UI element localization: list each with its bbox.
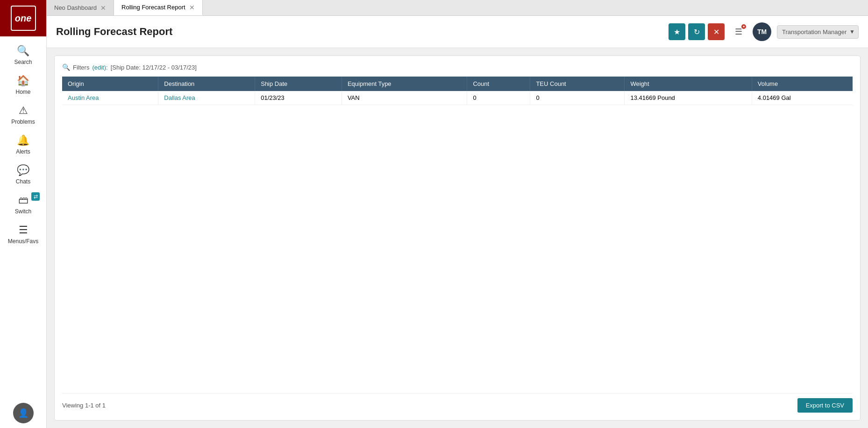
close-icon: ✕ [713,28,719,36]
report-container: 🔍 Filters (edit): [Ship Date: 12/17/22 -… [54,56,861,421]
menus-favs-icon: ☰ [19,224,28,236]
col-header-weight: Weight [625,77,752,91]
tab-rolling-forecast-label: Rolling Forecast Report [121,4,185,11]
user-avatar-sidebar[interactable]: 👤 [13,403,34,423]
filters-bar: 🔍 Filters (edit): [Ship Date: 12/17/22 -… [62,63,853,71]
sidebar-item-home-label: Home [15,89,30,95]
user-role-select[interactable]: Transportation Manager [777,25,859,39]
col-header-count: Count [467,77,530,91]
tab-neo-dashboard-label: Neo Dashboard [54,4,97,11]
cell-weight: 13.41669 Pound [625,91,752,105]
cell-ship_date: 01/23/23 [255,91,342,105]
viewing-label: Viewing 1-1 of 1 [62,402,106,409]
favorite-button[interactable]: ★ [669,23,685,40]
problems-icon: ⚠ [19,105,28,117]
col-header-destination: Destination [158,77,255,91]
report-footer: Viewing 1-1 of 1 Export to CSV [62,393,853,413]
sidebar-item-alerts[interactable]: 🔔 Alerts [0,130,46,160]
tab-neo-dashboard[interactable]: Neo Dashboard ✕ [47,0,114,15]
search-icon: 🔍 [17,45,29,57]
user-avatar-header: TM [753,22,771,41]
cell-origin[interactable]: Austin Area [62,91,158,105]
refresh-button[interactable]: ↻ [688,23,705,40]
sidebar-item-chats-label: Chats [16,178,30,185]
cell-destination[interactable]: Dallas Area [158,91,255,105]
logo-box: one [11,6,36,31]
filter-icon: 🔍 [62,63,70,71]
export-csv-button[interactable]: Export to CSV [797,398,853,413]
switch-badge: ⇄ [31,192,40,201]
col-header-volume: Volume [752,77,853,91]
main-area: Neo Dashboard ✕ Rolling Forecast Report … [47,0,868,428]
user-role-section: Transportation Manager ▼ [777,25,859,39]
sidebar-item-chats[interactable]: 💬 Chats [0,160,46,189]
link-origin[interactable]: Austin Area [68,94,99,101]
tab-rolling-forecast[interactable]: Rolling Forecast Report ✕ [114,0,203,15]
page-title: Rolling Forecast Report [56,26,663,38]
sidebar-item-search-label: Search [14,59,32,65]
sidebar-item-alerts-label: Alerts [16,148,30,155]
cell-teu_count: 0 [530,91,625,105]
cell-volume: 4.01469 Gal [752,91,853,105]
sidebar: one 🔍 Search 🏠 Home ⚠ Problems 🔔 Alerts … [0,0,47,428]
table-body: Austin AreaDallas Area01/23/23VAN0013.41… [62,91,853,105]
home-icon: 🏠 [17,75,29,87]
menu-button[interactable]: ☰ [730,23,747,40]
close-button[interactable]: ✕ [708,23,725,40]
table-wrapper: Origin Destination Ship Date Equipment T… [62,77,853,387]
tab-bar: Neo Dashboard ✕ Rolling Forecast Report … [47,0,868,16]
link-destination[interactable]: Dallas Area [164,94,195,101]
user-initials: TM [757,28,767,35]
notification-dot [740,23,747,30]
star-icon: ★ [674,28,680,36]
sidebar-item-problems-label: Problems [11,119,35,125]
col-header-origin: Origin [62,77,158,91]
cell-count: 0 [467,91,530,105]
alerts-icon: 🔔 [17,134,29,147]
sidebar-item-menus-favs-label: Menus/Favs [8,238,38,245]
logo-text: one [15,13,32,24]
col-header-teu-count: TEU Count [530,77,625,91]
tab-neo-dashboard-close[interactable]: ✕ [100,5,106,11]
filters-edit-link[interactable]: (edit): [92,64,107,71]
sidebar-item-switch[interactable]: 🗃 ⇄ Switch [0,189,46,219]
col-header-ship-date: Ship Date [255,77,342,91]
chats-icon: 💬 [17,164,29,176]
user-role-dropdown-wrapper: Transportation Manager ▼ [777,25,859,39]
cell-equipment_type: VAN [342,91,467,105]
table-header-row: Origin Destination Ship Date Equipment T… [62,77,853,91]
sidebar-item-menus-favs[interactable]: ☰ Menus/Favs [0,219,46,249]
data-table: Origin Destination Ship Date Equipment T… [62,77,853,105]
content-area: 🔍 Filters (edit): [Ship Date: 12/17/22 -… [47,48,868,428]
header-actions: ★ ↻ ✕ [669,23,725,40]
app-logo[interactable]: one [0,0,46,36]
tab-rolling-forecast-close[interactable]: ✕ [189,4,195,11]
sidebar-item-switch-label: Switch [15,208,31,215]
switch-icon: 🗃 [18,194,28,206]
refresh-icon: ↻ [694,28,700,36]
sidebar-item-home[interactable]: 🏠 Home [0,70,46,100]
filter-text: [Ship Date: 12/17/22 - 03/17/23] [111,64,197,71]
table-row: Austin AreaDallas Area01/23/23VAN0013.41… [62,91,853,105]
col-header-equipment-type: Equipment Type [342,77,467,91]
sidebar-item-problems[interactable]: ⚠ Problems [0,100,46,130]
filters-label: Filters [73,64,89,71]
sidebar-item-search[interactable]: 🔍 Search [0,40,46,70]
page-header: Rolling Forecast Report ★ ↻ ✕ ☰ TM Trans… [47,16,868,48]
sidebar-bottom: 👤 [0,403,46,428]
table-header: Origin Destination Ship Date Equipment T… [62,77,853,91]
